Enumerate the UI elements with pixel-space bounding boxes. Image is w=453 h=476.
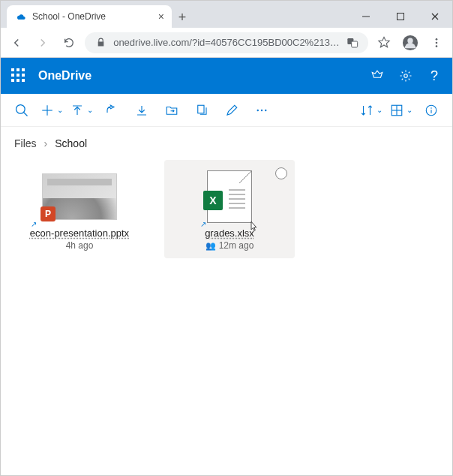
bookmark-star-icon[interactable] <box>374 32 394 53</box>
svg-line-13 <box>24 112 28 116</box>
people-icon: 👥 <box>206 241 216 251</box>
address-input[interactable]: onedrive.live.com/?id=40576CC195BD00C2%2… <box>85 32 368 53</box>
profile-avatar-icon[interactable] <box>400 32 421 53</box>
svg-point-12 <box>16 104 26 113</box>
back-button[interactable] <box>7 32 27 53</box>
file-name[interactable]: econ-presentation.pptx <box>22 227 137 239</box>
file-thumbnail: P <box>42 173 117 220</box>
file-item[interactable]: X ↗ grades.xlsx 👥 12m ago <box>164 160 295 258</box>
browser-address-bar: onedrive.live.com/?id=40576CC195BD00C2%2… <box>1 28 452 58</box>
file-thumbnail: X <box>207 170 252 223</box>
help-icon[interactable]: ? <box>427 68 442 83</box>
svg-point-7 <box>407 38 412 43</box>
sort-button[interactable]: ⌄ <box>359 98 383 122</box>
svg-point-18 <box>261 109 262 110</box>
breadcrumb: Files › School <box>1 127 452 152</box>
svg-point-8 <box>435 38 437 41</box>
url-text: onedrive.live.com/?id=40576CC195BD00C2%2… <box>113 37 340 48</box>
view-toggle-button[interactable]: ⌄ <box>389 98 413 122</box>
kebab-menu-icon[interactable] <box>426 32 446 53</box>
new-button[interactable]: ⌄ <box>40 98 64 122</box>
new-tab-button[interactable]: + <box>172 7 193 28</box>
svg-point-11 <box>404 74 408 78</box>
file-modified: 4h ago <box>22 240 137 251</box>
info-pane-button[interactable] <box>419 98 443 122</box>
select-checkbox[interactable] <box>275 167 287 179</box>
shared-indicator-icon: ↗ <box>31 220 37 228</box>
file-grid: P ↗ econ-presentation.pptx 4h ago X ↗ gr… <box>1 152 452 266</box>
settings-gear-icon[interactable] <box>398 68 413 83</box>
onedrive-favicon <box>14 11 26 23</box>
shared-indicator-icon: ↗ <box>200 220 206 228</box>
window-controls <box>349 5 452 28</box>
content-scroll-area: Files › School P ↗ econ-presentation.ppt… <box>1 127 452 476</box>
onedrive-header: OneDrive ? <box>1 58 452 94</box>
excel-badge-icon: X <box>203 191 223 210</box>
onedrive-toolbar: ⌄ ⌄ ⌄ ⌄ <box>1 94 452 127</box>
svg-point-17 <box>257 109 259 110</box>
share-button[interactable] <box>100 98 124 122</box>
close-tab-icon[interactable]: × <box>158 11 164 23</box>
more-actions-button[interactable] <box>250 98 274 122</box>
svg-rect-5 <box>352 41 358 47</box>
move-to-button[interactable] <box>160 98 184 122</box>
file-name[interactable]: grades.xlsx <box>172 227 287 239</box>
chevron-right-icon: › <box>44 137 48 149</box>
rename-button[interactable] <box>220 98 244 122</box>
close-window-button[interactable] <box>418 5 452 28</box>
copy-to-button[interactable] <box>190 98 214 122</box>
maximize-button[interactable] <box>383 5 418 28</box>
forward-button[interactable] <box>33 32 53 53</box>
minimize-button[interactable] <box>349 5 383 28</box>
tab-title: School - OneDrive <box>32 11 152 22</box>
breadcrumb-current[interactable]: School <box>55 137 87 149</box>
svg-point-9 <box>435 41 437 44</box>
lock-icon <box>94 36 107 50</box>
reload-button[interactable] <box>58 32 79 53</box>
onedrive-brand[interactable]: OneDrive <box>38 69 92 83</box>
svg-point-19 <box>265 109 266 110</box>
file-item[interactable]: P ↗ econ-presentation.pptx 4h ago <box>14 160 145 258</box>
breadcrumb-root[interactable]: Files <box>14 137 37 149</box>
upload-button[interactable]: ⌄ <box>70 98 94 122</box>
browser-titlebar: School - OneDrive × + <box>1 1 452 28</box>
file-modified: 👥 12m ago <box>172 240 287 251</box>
browser-tab[interactable]: School - OneDrive × <box>7 5 172 28</box>
svg-rect-16 <box>198 105 204 113</box>
svg-rect-1 <box>398 14 404 20</box>
svg-point-10 <box>435 45 437 47</box>
download-button[interactable] <box>130 98 154 122</box>
powerpoint-badge-icon: P <box>40 206 56 221</box>
translate-icon[interactable] <box>346 36 359 50</box>
search-icon[interactable] <box>10 98 34 122</box>
premium-icon[interactable] <box>370 68 385 83</box>
svg-point-24 <box>430 107 432 109</box>
app-launcher-icon[interactable] <box>11 68 26 83</box>
